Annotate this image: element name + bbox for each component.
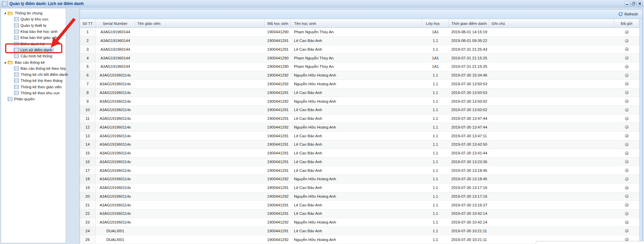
sidebar-item-14[interactable]: Phân quyền bbox=[1, 96, 66, 102]
cell-stt: 9 bbox=[80, 97, 96, 105]
cell-serial: A3AG191960114x bbox=[96, 71, 135, 80]
cell-sent bbox=[614, 218, 639, 227]
column-header-class_name[interactable]: Lớp học bbox=[422, 19, 449, 28]
column-header-teacher[interactable]: Tên giáo viên bbox=[135, 19, 264, 28]
table-row[interactable]: 12A3AG191960114x1900441292Nguyễn Hữu Hoà… bbox=[80, 123, 639, 132]
cell-note bbox=[489, 71, 614, 80]
table-row[interactable]: 11A3AG191960114x1900441291Lê Cao Bảo Anh… bbox=[80, 114, 639, 123]
restore-button[interactable] bbox=[631, 1, 636, 6]
sidebar-item-11[interactable]: Thông kê lớp theo tháng bbox=[1, 78, 66, 84]
table-row[interactable]: 1A3AG1919601441900441290Phạm Nguyễn Thùy… bbox=[80, 28, 639, 37]
cell-time: 2019-07-30 10:21:11 bbox=[449, 227, 489, 235]
tree-node-body: Thông kê theo giáo viên bbox=[13, 85, 63, 89]
cell-sent bbox=[614, 114, 639, 123]
cell-teacher bbox=[135, 54, 264, 62]
refresh-button[interactable]: Refresh bbox=[617, 11, 639, 17]
expand-arrow-icon[interactable] bbox=[3, 12, 7, 14]
grid-body: Số TTSerial NumberTên giáo viênMã học si… bbox=[80, 19, 642, 244]
sidebar-item-8[interactable]: Báo cáo thông kê bbox=[1, 59, 66, 65]
vertical-scrollbar[interactable] bbox=[639, 19, 642, 244]
table-row[interactable]: 14A3AG191960114x1900441291Lê Cao Bảo Anh… bbox=[80, 140, 639, 149]
form-leaf-icon bbox=[14, 36, 19, 40]
tree-node-body: Phân quyền bbox=[7, 97, 36, 101]
cell-student_name: Phạm Nguyễn Thùy An bbox=[291, 62, 422, 71]
sidebar-item-1[interactable]: Quản lý khu vực bbox=[1, 16, 66, 22]
cell-teacher bbox=[135, 37, 264, 45]
table-row[interactable]: 3A3AG1919601441900441291Lê Cao Bảo Anh1.… bbox=[80, 45, 639, 54]
sidebar-item-10[interactable]: Thông kê chi tiết điểm danh bbox=[1, 71, 66, 78]
table-row[interactable]: 19A3AG191960114x1900441291Lê Cao Bảo Anh… bbox=[80, 184, 639, 192]
cell-class_name: 1.1 bbox=[422, 235, 449, 244]
table-row[interactable]: 17A3AG191960114x1900441291Lê Cao Bảo Anh… bbox=[80, 166, 639, 175]
sidebar-item-label: Cấu hình hệ thống bbox=[20, 54, 52, 58]
cell-student_id: 1900441291 bbox=[264, 114, 291, 123]
sidebar-item-7[interactable]: Cấu hình hệ thống bbox=[1, 53, 66, 59]
table-row[interactable]: 10A3AG191960114x1900441291Lê Cao Bảo Anh… bbox=[80, 106, 639, 114]
column-header-time[interactable]: Thời gian điểm danh bbox=[449, 19, 489, 28]
cell-class_name: 1.1 bbox=[422, 123, 449, 131]
sidebar-item-9[interactable]: Báo cáo thống kê theo lớp bbox=[1, 65, 66, 71]
table-row[interactable]: 16A3AG191960114x1900441291Lê Cao Bảo Anh… bbox=[80, 157, 639, 166]
cell-student_id: 1900441291 bbox=[264, 45, 291, 54]
table-row[interactable]: 21A3AG191960114x1900441291Lê Cao Bảo Anh… bbox=[80, 201, 639, 209]
sidebar-item-label: Điểm danh hộ bbox=[20, 42, 45, 46]
cell-class_name: 1.1 bbox=[422, 157, 449, 166]
sent-indicator-icon bbox=[625, 160, 629, 163]
table-row[interactable]: 20A3AG191960114x1900441292Nguyễn Hữu Hoà… bbox=[80, 192, 639, 201]
sidebar-item-5[interactable]: Điểm danh hộ bbox=[1, 41, 66, 47]
sidebar-item-6[interactable]: Lịch sử điểm danh bbox=[1, 47, 66, 53]
cell-student_name: Nguyễn Hữu Hoàng Anh bbox=[291, 80, 422, 88]
cell-note bbox=[489, 80, 614, 88]
folder-icon bbox=[8, 60, 13, 64]
expand-arrow-icon[interactable] bbox=[3, 61, 7, 64]
column-header-student_id[interactable]: Mã học sinh bbox=[264, 19, 291, 28]
cell-note bbox=[489, 88, 614, 97]
cell-time: 2019-07-30 13:16:37 bbox=[449, 201, 489, 209]
cell-student_id: 1900441290 bbox=[264, 54, 291, 62]
cell-class_name: 1.1 bbox=[422, 140, 449, 149]
minimize-button[interactable] bbox=[624, 1, 630, 6]
cell-student_name: Lê Cao Bảo Anh bbox=[291, 149, 422, 157]
table-row[interactable]: 22A3AG191960114x1900441291Lê Cao Bảo Anh… bbox=[80, 209, 639, 218]
sidebar-item-3[interactable]: Khai báo thẻ học sinh bbox=[1, 29, 66, 35]
column-header-note[interactable]: Ghi chú bbox=[489, 19, 614, 28]
cell-class_name: 1A1 bbox=[422, 28, 449, 36]
table-row[interactable]: 24DUALI0011900441291Lê Cao Bảo Anh1.1201… bbox=[80, 227, 639, 236]
table-row[interactable]: 7A3AG191960114x1900441292Nguyễn Hữu Hoàn… bbox=[80, 80, 639, 89]
sidebar-item-4[interactable]: Khai báo thẻ giáo viên bbox=[1, 35, 66, 41]
cell-time: 2019-07-30 15:34:46 bbox=[449, 71, 489, 80]
table-row[interactable]: 13A3AG191960114x1900441291Lê Cao Bảo Anh… bbox=[80, 132, 639, 140]
close-button[interactable] bbox=[637, 1, 643, 6]
table-row[interactable]: 23A3AG191960114x1900441292Nguyễn Hữu Hoà… bbox=[80, 218, 639, 227]
table-row[interactable]: 4A3AG1919601441900441290Phạm Nguyễn Thùy… bbox=[80, 54, 639, 62]
cell-note bbox=[489, 28, 614, 36]
cell-stt: 12 bbox=[80, 123, 96, 131]
table-row[interactable]: 2A3AG1919601441900441291Lê Cao Bảo Anh1.… bbox=[80, 37, 639, 45]
sidebar-item-0[interactable]: Thông tin chung bbox=[1, 10, 66, 16]
sidebar-item-13[interactable]: Thông kê theo khu vực bbox=[1, 90, 66, 96]
cell-serial: A3AG191960114x bbox=[96, 106, 135, 114]
table-row[interactable]: 18A3AG191960114x1900441292Nguyễn Hữu Hoà… bbox=[80, 175, 639, 184]
cell-student_name: Lê Cao Bảo Anh bbox=[291, 140, 422, 149]
form-leaf-icon bbox=[14, 48, 19, 52]
cell-student_id: 1900441291 bbox=[264, 184, 291, 192]
table-row[interactable]: 9A3AG191960114x1900441292Nguyễn Hữu Hoàn… bbox=[80, 97, 639, 106]
sent-indicator-icon bbox=[625, 47, 629, 51]
table-row[interactable]: 8A3AG191960114x1900441291Lê Cao Bảo Anh1… bbox=[80, 88, 639, 97]
cell-sent bbox=[614, 175, 639, 183]
cell-note bbox=[489, 97, 614, 105]
cell-stt: 5 bbox=[80, 62, 96, 71]
table-row[interactable]: 6A3AG191960114x1900441292Nguyễn Hữu Hoàn… bbox=[80, 71, 639, 80]
sent-indicator-icon bbox=[625, 56, 629, 60]
cell-serial: A3AG191960114x bbox=[96, 209, 135, 218]
column-header-student_name[interactable]: Tên học sinh bbox=[291, 19, 422, 28]
table-row[interactable]: 15A3AG191960114x1900441291Lê Cao Bảo Anh… bbox=[80, 149, 639, 158]
cell-sent bbox=[614, 201, 639, 209]
sidebar-item-12[interactable]: Thông kê theo giáo viên bbox=[1, 84, 66, 90]
column-header-serial[interactable]: Serial Number bbox=[96, 19, 135, 28]
column-header-stt[interactable]: Số TT bbox=[80, 19, 96, 28]
table-row[interactable]: 5A3AG1919601441900441290Phạm Nguyễn Thùy… bbox=[80, 62, 639, 71]
column-header-sent[interactable]: Đã gửi bbox=[614, 19, 639, 28]
sidebar-item-2[interactable]: Quản lý thiết bị bbox=[1, 22, 66, 29]
form-leaf-icon bbox=[14, 79, 19, 83]
